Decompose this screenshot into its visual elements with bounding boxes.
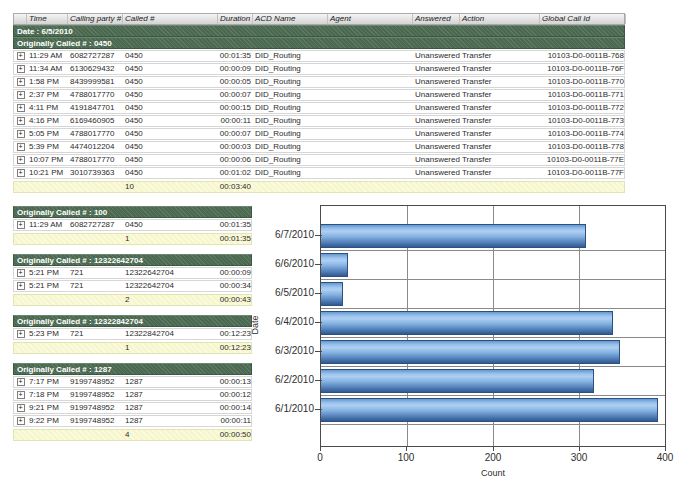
cell-action: Transfer [460,64,540,74]
table-column-header-row: TimeCalling party #Called #DurationACD N… [13,13,625,25]
cell-called: 12322642704 [123,268,218,278]
y-axis-label: 6/4/2010 [258,316,314,328]
y-tick [315,409,322,410]
expand-button[interactable]: + [17,378,25,386]
expand-cell: + [14,116,27,126]
cell-calling-party: 4788017770 [68,90,123,100]
cell-called: 1287 [123,416,218,426]
table-row: +2:37 PM4788017770045000:00:07DID_Routin… [13,89,625,101]
sub-group: Originally Called # : 1287+7:17 PM919974… [13,363,252,441]
expand-cell: + [14,103,27,113]
table-row: +10:07 PM4788017770045000:00:06DID_Routi… [13,154,625,166]
cell-time: 11:34 AM [27,64,68,74]
group-summary-row: 100:12:23 [13,342,252,354]
cell-called: 0450 [123,116,218,126]
cell-duration: 00:01:02 [218,168,253,178]
column-header-duration: Duration [218,14,253,24]
cell-global-call-id: 10103-D0-0011B-772 [540,103,626,113]
y-axis-title: Date [250,310,260,340]
cell-duration: 00:00:15 [218,103,253,113]
cell-answered: Unanswered [413,90,460,100]
cell-duration: 00:00:12 [218,390,253,400]
cell-called: 12322642704 [123,281,218,291]
summary-count: 2 [123,295,218,305]
expand-button[interactable]: + [17,143,25,151]
summary-duration: 00:12:23 [218,343,253,353]
cell-time: 11:29 AM [27,220,68,230]
cell-answered: Unanswered [413,168,460,178]
cell-calling-party: 6082727287 [68,220,123,230]
cell-duration: 00:01:35 [218,220,253,230]
expand-button[interactable]: + [17,169,25,177]
expand-button[interactable]: + [17,104,25,112]
expand-button[interactable]: + [17,91,25,99]
column-header-called-: Called # [123,14,218,24]
cell-calling-party: 6130629432 [68,64,123,74]
bar [321,369,594,393]
x-tick [665,447,666,451]
sub-group: Originally Called # : 12322642704+5:21 P… [13,254,252,306]
cell-answered: Unanswered [413,142,460,152]
y-axis-label: 6/1/2010 [258,403,314,415]
cell-acd-name: DID_Routing [253,168,328,178]
expand-button[interactable]: + [17,156,25,164]
summary-spacer [14,295,27,305]
expand-cell: + [14,155,27,165]
group-summary-row: 1000:03:40 [13,181,625,193]
y-gridline [321,337,665,338]
expand-button[interactable]: + [17,282,25,290]
cell-time: 4:16 PM [27,116,68,126]
expand-button[interactable]: + [17,269,25,277]
cell-global-call-id: 10103-D0-0011B-768 [540,51,626,61]
summary-spacer [68,234,123,244]
column-header-action: Action [460,14,540,24]
expand-button[interactable]: + [17,52,25,60]
expand-button[interactable]: + [17,404,25,412]
expand-button[interactable]: + [17,130,25,138]
table-row: +5:21 PM7211232264270400:00:34 [13,280,252,292]
expand-button[interactable]: + [17,65,25,73]
cell-agent [328,116,413,126]
cell-calling-party: 6082727287 [68,51,123,61]
expand-button[interactable]: + [17,391,25,399]
x-tick [320,447,321,451]
y-tick [315,380,322,381]
summary-spacer [68,343,123,353]
summary-spacer [14,430,27,440]
expand-cell: + [14,403,27,413]
cell-answered: Unanswered [413,77,460,87]
cell-global-call-id: 10103-D0-0011B-77F [540,168,626,178]
cell-time: 5:21 PM [27,268,68,278]
summary-spacer [68,182,123,192]
cell-calling-party: 9199748952 [68,416,123,426]
cell-acd-name: DID_Routing [253,51,328,61]
expand-button[interactable]: + [17,330,25,338]
cell-called: 0450 [123,77,218,87]
table-row: +5:05 PM4788017770045000:00:07DID_Routin… [13,128,625,140]
y-tick [315,235,322,236]
expand-button[interactable]: + [17,417,25,425]
cell-called: 0450 [123,64,218,74]
bar [321,224,586,248]
expand-button[interactable]: + [17,221,25,229]
x-axis-label: 200 [473,452,513,463]
column-header-acd-name: ACD Name [253,14,328,24]
expand-button[interactable]: + [17,117,25,125]
cell-called: 0450 [123,168,218,178]
y-axis-label: 6/5/2010 [258,287,314,299]
bar-chart-plot-area [320,205,666,447]
cell-duration: 00:00:11 [218,416,253,426]
y-axis-label: 6/3/2010 [258,345,314,357]
summary-count: 1 [123,343,218,353]
column-header-calling-party-: Calling party # [68,14,123,24]
expand-button[interactable]: + [17,78,25,86]
table-row: +5:21 PM7211232264270400:00:09 [13,267,252,279]
cell-global-call-id: 10103-D0-0011B-778 [540,142,626,152]
summary-spacer [68,295,123,305]
y-gridline [321,424,665,425]
expand-cell: + [14,416,27,426]
table-row: +7:17 PM9199748952128700:00:13 [13,376,252,388]
bar [321,340,620,364]
expand-cell: + [14,129,27,139]
summary-duration: 00:03:40 [218,182,253,192]
